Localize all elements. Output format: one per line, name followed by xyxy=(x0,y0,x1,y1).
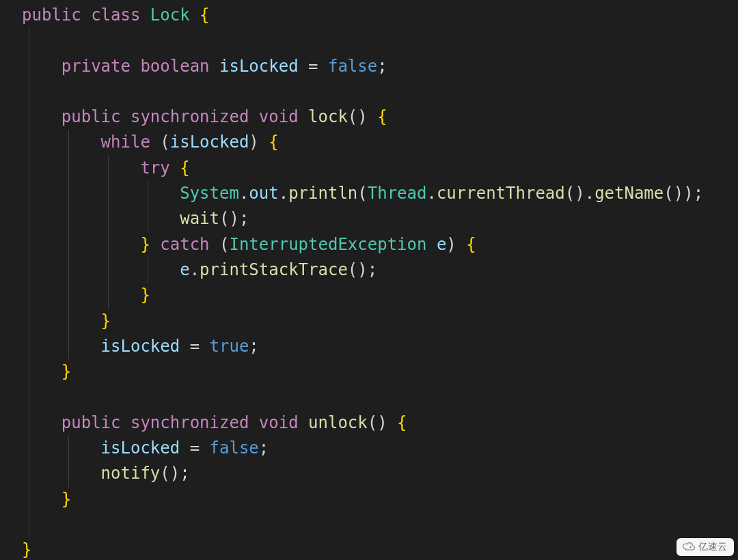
token-kw: while xyxy=(101,132,150,152)
code-line: } xyxy=(0,537,738,560)
token-func: println xyxy=(288,184,357,203)
token-punc xyxy=(426,235,436,254)
token-kw: void xyxy=(259,107,308,126)
cloud-icon xyxy=(682,542,696,553)
token-punc xyxy=(150,235,160,254)
code-line xyxy=(0,28,738,53)
token-kw: public xyxy=(62,413,131,432)
token-kw: class xyxy=(91,5,150,25)
token-punc xyxy=(170,158,180,178)
token-brace: { xyxy=(397,413,407,432)
token-punc: = xyxy=(180,438,209,458)
token-punc: ; xyxy=(259,438,269,458)
token-brace: } xyxy=(140,285,150,305)
code-line: e.printStackTrace(); xyxy=(0,257,738,283)
code-line: while (isLocked) { xyxy=(0,130,738,155)
token-brace: } xyxy=(140,235,150,254)
token-func: printStackTrace xyxy=(200,260,348,279)
token-punc: (); xyxy=(219,209,249,228)
token-func: getName xyxy=(594,184,664,203)
token-lit: true xyxy=(210,337,249,356)
token-punc: ; xyxy=(377,57,387,76)
watermark: 亿速云 xyxy=(676,538,734,556)
token-kw: synchronized xyxy=(131,107,259,126)
token-punc: (). xyxy=(565,184,594,203)
token-brace: } xyxy=(22,540,31,559)
token-var: isLocked xyxy=(101,438,180,458)
token-func: unlock xyxy=(308,413,368,432)
token-brace: { xyxy=(269,132,278,152)
token-brace: { xyxy=(377,107,387,126)
token-lit: false xyxy=(210,438,259,458)
code-block: public class Lock { private boolean isLo… xyxy=(0,0,738,560)
token-kw: boolean xyxy=(140,57,219,76)
code-line xyxy=(0,79,738,104)
token-punc xyxy=(190,5,200,25)
code-line: notify(); xyxy=(0,461,738,486)
token-type: Thread xyxy=(368,184,427,203)
token-var: e xyxy=(437,235,446,254)
token-kw: private xyxy=(62,57,141,76)
code-line: public synchronized void lock() { xyxy=(0,104,738,130)
token-punc: . xyxy=(190,260,200,279)
code-line: } xyxy=(0,359,738,384)
token-brace: { xyxy=(466,235,476,254)
token-punc: () xyxy=(348,107,377,126)
token-type: Lock xyxy=(150,5,190,25)
code-line: } catch (InterruptedException e) { xyxy=(0,232,738,257)
token-kw: synchronized xyxy=(131,413,259,432)
code-line: isLocked = true; xyxy=(0,334,738,359)
token-punc: ) xyxy=(446,235,466,254)
code-line xyxy=(0,384,738,410)
token-type: InterruptedException xyxy=(229,235,426,254)
token-lit: false xyxy=(328,57,377,76)
token-punc: ( xyxy=(150,132,170,152)
token-func: lock xyxy=(308,107,348,126)
code-line: private boolean isLocked = false; xyxy=(0,54,738,79)
token-punc: . xyxy=(426,184,436,203)
token-kw: public xyxy=(22,5,91,25)
token-type: System xyxy=(180,184,239,203)
svg-point-0 xyxy=(689,546,692,548)
code-line: public class Lock { xyxy=(0,3,738,28)
token-punc: . xyxy=(279,184,288,203)
token-func: wait xyxy=(180,209,219,228)
token-var: isLocked xyxy=(219,57,299,76)
token-var: isLocked xyxy=(170,132,249,152)
token-brace: } xyxy=(62,490,71,509)
token-var: out xyxy=(249,184,278,203)
token-var: e xyxy=(180,260,189,279)
code-line: isLocked = false; xyxy=(0,436,738,461)
token-punc: ; xyxy=(249,337,258,356)
token-punc: ( xyxy=(210,235,230,254)
code-line: public synchronized void unlock() { xyxy=(0,410,738,436)
token-brace: { xyxy=(180,158,189,178)
token-punc: ()); xyxy=(664,184,703,203)
token-var: isLocked xyxy=(101,337,180,356)
token-func: notify xyxy=(101,464,161,483)
token-punc: . xyxy=(239,184,249,203)
token-brace: } xyxy=(101,311,111,331)
token-func: currentThread xyxy=(437,184,565,203)
token-punc: = xyxy=(299,57,328,76)
token-punc: = xyxy=(180,337,209,356)
token-kw: void xyxy=(259,413,308,432)
code-line: } xyxy=(0,309,738,334)
code-line xyxy=(0,512,738,537)
token-punc: ( xyxy=(357,184,367,203)
token-kw: public xyxy=(62,107,131,126)
code-line: wait(); xyxy=(0,206,738,232)
code-line: } xyxy=(0,487,738,512)
token-punc: (); xyxy=(348,260,377,279)
token-punc: () xyxy=(368,413,397,432)
token-kw: catch xyxy=(160,235,209,254)
code-line: } xyxy=(0,283,738,308)
token-punc: (); xyxy=(160,464,189,483)
token-kw: try xyxy=(140,158,169,178)
token-brace: { xyxy=(200,5,209,25)
code-line: try { xyxy=(0,156,738,181)
token-punc: ) xyxy=(249,132,269,152)
token-brace: } xyxy=(62,362,71,381)
watermark-text: 亿速云 xyxy=(698,541,727,553)
code-line: System.out.println(Thread.currentThread(… xyxy=(0,181,738,206)
